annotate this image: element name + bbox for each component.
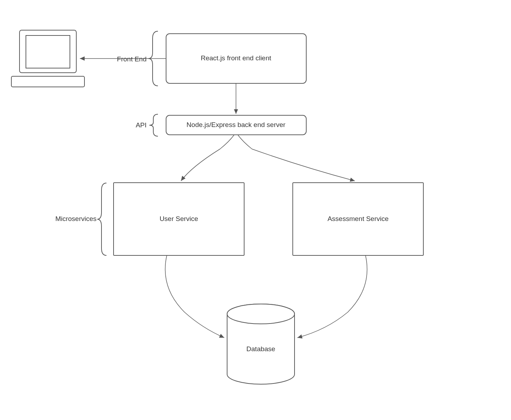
- user-service-label: User Service: [160, 215, 198, 222]
- database-label: Database: [246, 345, 275, 353]
- front-end-label: Front End: [117, 55, 147, 63]
- database-icon: [227, 304, 295, 384]
- node-server-label: Node.js/Express back end server: [187, 121, 286, 128]
- api-brace: [149, 114, 158, 136]
- arrow-user-service-to-db: [165, 255, 224, 338]
- laptop-icon: [11, 30, 84, 87]
- arrow-server-to-user-service: [181, 135, 234, 181]
- svg-rect-1: [26, 35, 70, 68]
- react-client-label: React.js front end client: [201, 54, 271, 62]
- arrow-server-to-assessment-service: [238, 135, 355, 181]
- svg-rect-2: [11, 76, 84, 87]
- api-label: API: [136, 121, 147, 129]
- arrow-assessment-service-to-db: [297, 255, 367, 338]
- assessment-service-label: Assessment Service: [328, 215, 389, 222]
- svg-point-3: [227, 304, 295, 324]
- microservices-label: Microservices: [55, 215, 97, 222]
- microservices-brace: [97, 183, 106, 255]
